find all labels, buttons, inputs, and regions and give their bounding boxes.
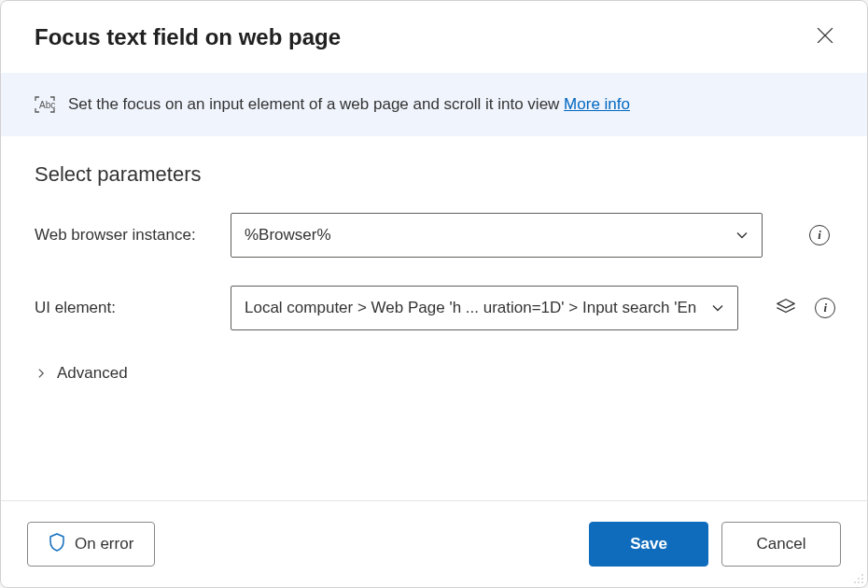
shield-icon <box>49 533 65 556</box>
info-banner-text: Set the focus on an input element of a w… <box>68 95 630 114</box>
svg-marker-3 <box>777 299 794 307</box>
dialog-header: Focus text field on web page <box>1 1 867 73</box>
param-row-browser: Web browser instance: %Browser% i <box>35 213 833 258</box>
ui-element-dropdown[interactable]: Local computer > Web Page 'h ... uration… <box>231 286 738 330</box>
svg-point-8 <box>858 581 860 583</box>
save-button[interactable]: Save <box>589 522 708 567</box>
cancel-label: Cancel <box>757 535 806 553</box>
browser-info-button[interactable]: i <box>805 221 833 249</box>
text-field-icon: Abc <box>35 96 55 113</box>
svg-point-9 <box>861 581 863 583</box>
advanced-toggle[interactable]: Advanced <box>35 358 128 388</box>
browser-row-actions: i <box>787 221 833 249</box>
save-label: Save <box>630 535 667 553</box>
layers-icon <box>776 297 796 320</box>
svg-text:Abc: Abc <box>39 100 55 110</box>
ui-element-value: Local computer > Web Page 'h ... uration… <box>245 299 696 317</box>
close-icon <box>817 27 833 47</box>
on-error-button[interactable]: On error <box>27 522 155 567</box>
more-info-link[interactable]: More info <box>564 95 630 113</box>
svg-point-7 <box>854 581 856 583</box>
chevron-right-icon <box>35 367 48 380</box>
resize-grip[interactable] <box>851 571 864 584</box>
info-icon: i <box>815 298 835 318</box>
section-title: Select parameters <box>35 162 833 187</box>
ui-element-control: Local computer > Web Page 'h ... uration… <box>231 286 738 330</box>
cancel-button[interactable]: Cancel <box>721 522 841 567</box>
content-area: Select parameters Web browser instance: … <box>1 136 867 500</box>
dialog-container: Focus text field on web page Abc Set the… <box>0 0 868 588</box>
browser-value: %Browser% <box>245 226 331 245</box>
close-button[interactable] <box>811 21 839 52</box>
advanced-label: Advanced <box>57 364 128 383</box>
ui-element-picker-button[interactable] <box>772 293 800 324</box>
svg-point-6 <box>861 578 863 580</box>
banner-description: Set the focus on an input element of a w… <box>68 95 564 113</box>
dialog-footer: On error Save Cancel <box>1 500 867 587</box>
ui-element-label: UI element: <box>35 299 216 317</box>
dialog-title: Focus text field on web page <box>35 24 341 50</box>
info-banner: Abc Set the focus on an input element of… <box>1 73 867 136</box>
param-row-ui-element: UI element: Local computer > Web Page 'h… <box>35 286 833 330</box>
browser-dropdown[interactable]: %Browser% <box>231 213 763 258</box>
svg-point-4 <box>861 574 863 576</box>
ui-element-row-actions: i <box>753 293 839 324</box>
on-error-label: On error <box>75 535 133 553</box>
svg-point-5 <box>858 578 860 580</box>
ui-element-info-button[interactable]: i <box>811 294 839 322</box>
info-icon: i <box>809 225 830 245</box>
browser-label: Web browser instance: <box>35 226 216 245</box>
browser-control: %Browser% <box>231 213 763 258</box>
